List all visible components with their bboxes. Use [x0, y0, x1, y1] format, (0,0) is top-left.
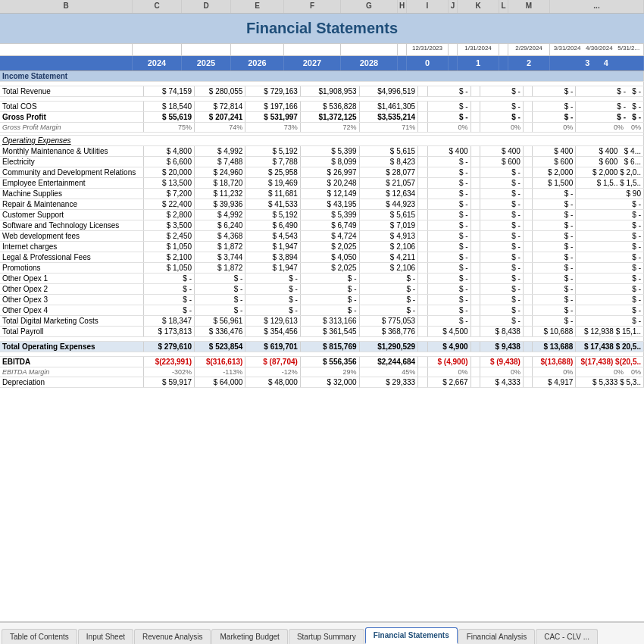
oo4-f: $ - — [300, 305, 359, 316]
oo3-c: $ - — [143, 295, 194, 305]
em-g: 45% — [359, 367, 418, 377]
tab-revenue-analysis[interactable]: Revenue Analysis — [134, 629, 211, 644]
year-j — [449, 56, 458, 70]
repair-maintenance-row: Repair & Maintenance $ 22,400 $ 39,936 $… — [0, 199, 644, 210]
tab-table-of-contents[interactable]: Table of Contents — [2, 629, 77, 644]
oo4-m: $ - — [533, 305, 576, 316]
tab-financial-statements[interactable]: Financial Statements — [365, 627, 458, 644]
rev-m: $ - — [533, 86, 576, 97]
dep-c: $ 59,917 — [143, 377, 194, 388]
ee-label: Employee Entertainment — [0, 178, 143, 189]
cs-d: $ 4,992 — [195, 210, 245, 220]
dep-l — [523, 377, 532, 388]
ebitda-i: $ (4,900) — [427, 357, 470, 367]
opex-header-row: Operating Expenses — [0, 136, 644, 146]
mm-l — [523, 146, 532, 157]
col-b-header: B — [0, 0, 133, 13]
lpf-l — [523, 252, 532, 263]
el-i: $ - — [427, 157, 470, 167]
mm-g: $ 5,615 — [359, 146, 418, 157]
cd-j — [470, 167, 480, 178]
gpm-d: 74% — [195, 123, 245, 133]
ms-f: $ 12,149 — [300, 189, 359, 199]
rev-k: $ - — [480, 86, 523, 97]
col-c-header: C — [133, 0, 182, 13]
wdf-h — [418, 231, 427, 242]
cos-g: $1,461,305 — [359, 102, 418, 112]
lpf-label: Legal & Professional Fees — [0, 252, 143, 263]
tdmc-g: $ 775,053 — [359, 316, 418, 327]
tp-g: $ 368,776 — [359, 327, 418, 337]
em-m: 0% — [533, 367, 576, 377]
oo2-g: $ - — [359, 284, 418, 295]
stl-l — [523, 220, 532, 231]
tdmc-rest: $ - — [576, 316, 644, 327]
lpf-e: $ 3,894 — [245, 252, 301, 263]
ebitda-label: EBITDA — [0, 357, 143, 367]
el-g: $ 8,423 — [359, 157, 418, 167]
tab-marketing-budget[interactable]: Marketing Budget — [211, 629, 287, 644]
opex-header-label: Operating Expenses — [0, 136, 644, 146]
el-l — [523, 157, 532, 167]
tp-rest: $ 12,938 $ 15,1.. — [576, 327, 644, 337]
ebitda-k: $ (9,438) — [480, 357, 523, 367]
rev-i: $ - — [427, 86, 470, 97]
ee-h — [418, 178, 427, 189]
year-rest: 3 4 — [550, 56, 644, 70]
tab-financial-analysis[interactable]: Financial Analysis — [458, 629, 535, 644]
ic-h — [418, 242, 427, 252]
tab-cac-clv[interactable]: CAC - CLV ... — [536, 629, 598, 644]
total-cos-label: Total COS — [0, 102, 143, 112]
tp-e: $ 354,456 — [245, 327, 301, 337]
toe-label: Total Operating Expenses — [0, 342, 143, 352]
ebitda-rest: $(17,438) $(20,5.. — [576, 357, 644, 367]
cs-rest: $ - — [576, 210, 644, 220]
toe-j — [470, 342, 480, 352]
tp-d: $ 336,476 — [195, 327, 245, 337]
col-d-header: D — [182, 0, 231, 13]
ee-c: $ 13,500 — [143, 178, 194, 189]
oo3-h — [418, 295, 427, 305]
tab-input-sheet[interactable]: Input Sheet — [78, 629, 133, 644]
oo4-c: $ - — [143, 305, 194, 316]
total-revenue-label: Total Revenue — [0, 86, 143, 97]
gpm-row: Gross Profit Margin 75% 74% 73% 72% 71% … — [0, 123, 644, 133]
oo4-rest: $ - — [576, 305, 644, 316]
promo-k: $ - — [480, 263, 523, 274]
rm-h — [418, 199, 427, 210]
date-k: 1/31/2024 — [458, 44, 499, 55]
oo1-e: $ - — [245, 274, 301, 284]
promotions-row: Promotions $ 1,050 $ 1,872 $ 1,947 $ 2,0… — [0, 263, 644, 274]
dep-rest: $ 5,333 $ 5,3.. — [576, 377, 644, 388]
rm-i: $ - — [427, 199, 470, 210]
cs-k: $ - — [480, 210, 523, 220]
year-m: 2 — [508, 56, 550, 70]
tab-bar: Table of Contents Input Sheet Revenue An… — [0, 621, 644, 644]
oo1-c: $ - — [143, 274, 194, 284]
year-l — [499, 56, 508, 70]
cs-g: $ 5,615 — [359, 210, 418, 220]
stl-e: $ 6,490 — [245, 220, 301, 231]
ebitda-h — [418, 357, 427, 367]
cd-i: $ - — [427, 167, 470, 178]
gross-profit-row: Gross Profit $ 55,619 $ 207,241 $ 531,99… — [0, 112, 644, 123]
monthly-maintenance-row: Monthly Maintenance & Utilities $ 4,800 … — [0, 146, 644, 157]
wdf-j — [470, 231, 480, 242]
dep-h — [418, 377, 427, 388]
ic-l — [523, 242, 532, 252]
toe-g: $1,290,529 — [359, 342, 418, 352]
year-2026: 2026 — [231, 56, 284, 70]
ebitda-row: EBITDA $(223,991) $(316,613) $ (87,704) … — [0, 357, 644, 367]
sheet-title: Financial Statements — [246, 20, 398, 36]
rev-j — [470, 86, 480, 97]
tdmc-j — [470, 316, 480, 327]
employee-entertainment-row: Employee Entertainment $ 13,500 $ 18,720… — [0, 178, 644, 189]
cd-rest: $ 2,000 $ 2,0.. — [576, 167, 644, 178]
dep-label: Depreciation — [0, 377, 143, 388]
tab-startup-summary[interactable]: Startup Summary — [289, 629, 364, 644]
col-e-header: E — [231, 0, 284, 13]
rev-l — [523, 86, 532, 97]
stl-j — [470, 220, 480, 231]
other-opex-3-row: Other Opex 3 $ - $ - $ - $ - $ - $ - $ -… — [0, 295, 644, 305]
gp-m: $ - — [533, 112, 576, 123]
